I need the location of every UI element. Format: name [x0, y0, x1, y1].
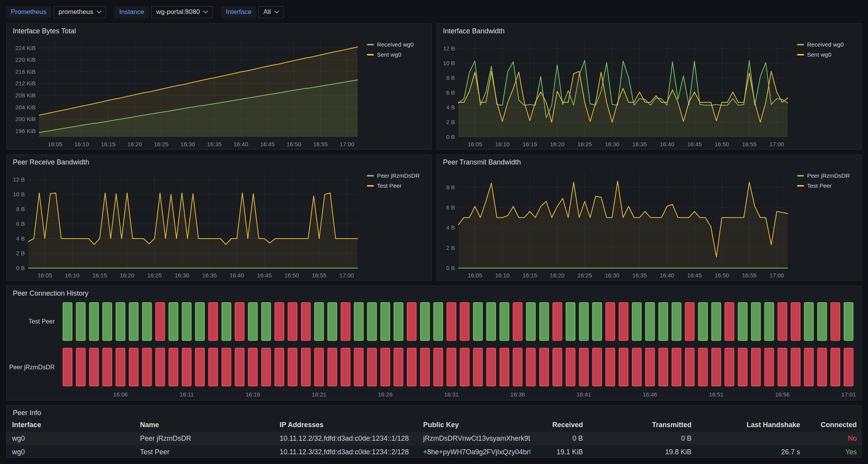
legend-series-swatch-icon: [367, 175, 374, 177]
peer-info-table: InterfaceNameIP AddressesPublic KeyRecei…: [7, 418, 861, 457]
panel-title-peer-receive-bandwidth[interactable]: Peer Receive Bandwidth: [7, 155, 431, 168]
legend-series-label: Sent wg0: [377, 51, 401, 58]
cell-connected: Yes: [806, 445, 861, 457]
legend-item[interactable]: Received wg0: [367, 41, 413, 48]
svg-text:Test Peer: Test Peer: [28, 318, 55, 325]
panel-title-peer-info[interactable]: Peer Info: [7, 405, 861, 418]
cell-transmitted: 0 B: [588, 432, 697, 445]
legend-item[interactable]: Sent wg0: [367, 51, 401, 58]
legend-series-label: Test Peer: [807, 182, 832, 189]
column-header-name[interactable]: Name: [135, 418, 274, 432]
svg-text:16:05: 16:05: [468, 272, 482, 279]
legend-item[interactable]: Sent wg0: [797, 51, 832, 58]
legend-series-swatch-icon: [367, 44, 374, 45]
svg-text:16:11: 16:11: [180, 391, 194, 398]
svg-text:16:46: 16:46: [643, 391, 657, 398]
svg-text:6 B: 6 B: [16, 220, 25, 227]
legend-item[interactable]: Test Peer: [367, 182, 401, 189]
var-label-prometheus: Prometheus: [6, 6, 51, 18]
svg-text:16:21: 16:21: [312, 391, 327, 398]
legend-item[interactable]: Test Peer: [797, 182, 832, 189]
var-value-text: prometheus: [59, 8, 93, 16]
svg-text:0 B: 0 B: [446, 133, 455, 140]
svg-text:16:50: 16:50: [714, 141, 729, 147]
table-header-row: InterfaceNameIP AddressesPublic KeyRecei…: [7, 418, 861, 432]
panel-peer-info: Peer Info InterfaceNameIP AddressesPubli…: [6, 405, 862, 458]
svg-text:16:20: 16:20: [120, 272, 135, 279]
panel-title-peer-transmit-bandwidth[interactable]: Peer Transmit Bandwidth: [437, 155, 861, 168]
panel-title-interface-bandwidth[interactable]: Interface Bandwidth: [437, 24, 861, 36]
column-header-interface[interactable]: Interface: [7, 418, 135, 432]
svg-text:6 B: 6 B: [446, 204, 455, 211]
column-header-ip[interactable]: IP Addresses: [274, 418, 418, 432]
svg-text:16:25: 16:25: [154, 141, 169, 147]
legend-series-label: Received wg0: [807, 41, 844, 48]
svg-text:4 B: 4 B: [16, 235, 25, 242]
legend-item[interactable]: Peer jRzmDsDR: [367, 172, 420, 179]
var-select-prometheus[interactable]: prometheus: [54, 6, 106, 18]
cell-received: 0 B: [530, 432, 588, 445]
svg-text:16:10: 16:10: [495, 272, 510, 279]
var-select-instance[interactable]: wg-portal:8080: [151, 6, 213, 18]
svg-text:16:05: 16:05: [48, 141, 62, 147]
svg-text:17:00: 17:00: [339, 272, 354, 279]
interface-bandwidth-chart[interactable]: 0 B2 B4 B6 B8 B10 B12 B16:0516:1016:1516…: [437, 36, 795, 149]
svg-text:16:40: 16:40: [660, 141, 674, 147]
cell-name: Peer jRzmDsDR: [135, 432, 274, 445]
peer-connection-history-chart[interactable]: Test PeerPeer jRzmDsDR16:0616:1116:1616:…: [7, 299, 861, 400]
var-label-instance: Instance: [114, 6, 149, 18]
svg-text:Peer jRzmDsDR: Peer jRzmDsDR: [9, 364, 55, 371]
svg-text:16:15: 16:15: [92, 272, 107, 279]
column-header-pubkey[interactable]: Public Key: [418, 418, 530, 432]
legend-series-label: Sent wg0: [807, 51, 832, 58]
panel-title-peer-connection-history[interactable]: Peer Connection History: [7, 286, 861, 299]
svg-text:16:45: 16:45: [257, 272, 272, 279]
column-header-received[interactable]: Received: [530, 418, 588, 432]
svg-text:4 B: 4 B: [446, 224, 455, 231]
column-header-connected[interactable]: Connected: [806, 418, 861, 432]
legend: Peer jRzmDsDRTest Peer: [795, 168, 861, 280]
cell-ip: 10.11.12.2/32,fdfd:d3ad:c0de:1234::1/128: [274, 432, 418, 445]
svg-text:16:30: 16:30: [180, 141, 195, 147]
column-header-transmitted[interactable]: Transmitted: [588, 418, 697, 432]
panel-title-interface-bytes-total[interactable]: Interface Bytes Total: [7, 24, 431, 36]
svg-text:16:10: 16:10: [495, 141, 510, 147]
svg-text:6 B: 6 B: [446, 89, 455, 96]
svg-text:200 KiB: 200 KiB: [15, 116, 36, 122]
svg-text:16:20: 16:20: [128, 141, 142, 147]
svg-text:4 B: 4 B: [446, 104, 455, 111]
svg-text:16:05: 16:05: [38, 272, 52, 279]
svg-text:0 B: 0 B: [16, 265, 25, 271]
svg-text:220 KiB: 220 KiB: [15, 56, 36, 63]
svg-text:16:25: 16:25: [578, 141, 592, 147]
peer-transmit-bandwidth-chart[interactable]: 0 B2 B4 B6 B8 B16:0516:1016:1516:2016:25…: [437, 168, 795, 280]
legend: Received wg0Sent wg0: [795, 36, 861, 149]
column-header-last_handshake[interactable]: Last Handshake: [697, 418, 806, 432]
svg-text:16:45: 16:45: [687, 141, 702, 147]
svg-text:10 B: 10 B: [443, 60, 455, 66]
panel-interface-bytes-total: Interface Bytes Total 196 KiB200 KiB204 …: [6, 23, 432, 150]
peer-receive-bandwidth-chart[interactable]: 0 B2 B4 B6 B8 B10 B12 B16:0516:1016:1516…: [7, 168, 365, 280]
svg-text:16:56: 16:56: [775, 391, 790, 398]
svg-text:17:00: 17:00: [769, 141, 784, 147]
panel-peer-connection-history: Peer Connection History Test PeerPeer jR…: [6, 286, 862, 400]
interface-bytes-total-chart[interactable]: 196 KiB200 KiB204 KiB208 KiB212 KiB216 K…: [7, 36, 365, 149]
svg-text:16:15: 16:15: [522, 272, 537, 279]
legend-series-swatch-icon: [797, 175, 804, 177]
svg-text:17:00: 17:00: [340, 141, 354, 147]
svg-text:16:50: 16:50: [284, 272, 299, 279]
cell-pubkey: jRzmDsDRVnwCt13vsyamXherk9L9RhRk: [418, 432, 530, 445]
svg-text:16:50: 16:50: [714, 272, 729, 279]
cell-connected: No: [806, 432, 861, 445]
var-select-interface[interactable]: All: [258, 6, 284, 18]
svg-text:2 B: 2 B: [16, 250, 25, 256]
chevron-down-icon: [203, 9, 208, 14]
svg-text:204 KiB: 204 KiB: [15, 104, 36, 111]
svg-text:12 B: 12 B: [443, 45, 455, 52]
svg-text:16:41: 16:41: [577, 391, 591, 398]
legend-item[interactable]: Peer jRzmDsDR: [797, 172, 850, 179]
legend-item[interactable]: Received wg0: [797, 41, 844, 48]
svg-text:16:25: 16:25: [578, 272, 592, 279]
svg-text:216 KiB: 216 KiB: [15, 68, 36, 75]
svg-text:8 B: 8 B: [446, 184, 455, 190]
